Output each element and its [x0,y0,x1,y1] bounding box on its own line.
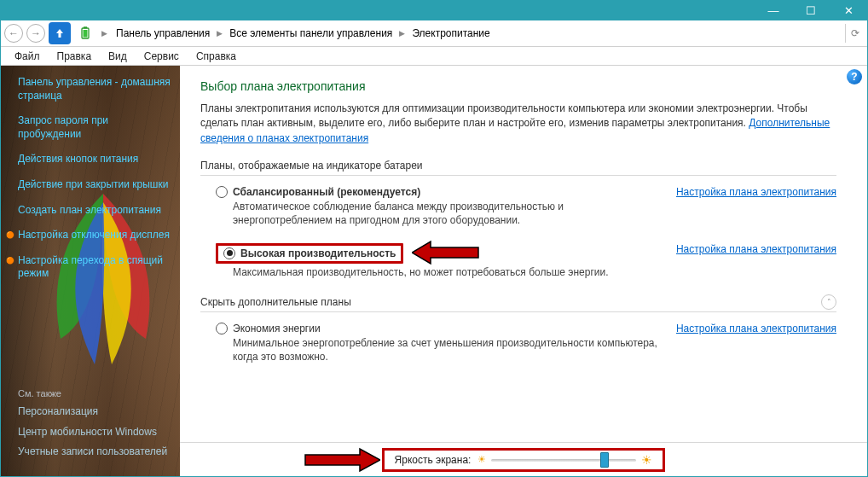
plan-highperf-name: Высокая производительность [240,247,396,259]
body: Панель управления - домашняя страница За… [1,66,867,476]
menu-file[interactable]: Файл [6,49,49,64]
sidebar-link-password[interactable]: Запрос пароля при пробуждении [18,114,171,141]
chevron-right-icon: ▶ [98,29,111,38]
chevron-right-icon: ▶ [213,29,226,38]
plan-highperf-radio[interactable] [223,247,235,259]
sidebar-seealso-accounts[interactable]: Учетные записи пользователей [18,445,171,459]
divider [200,175,836,176]
maximize-button[interactable]: ☐ [792,1,830,20]
main-content: ? Выбор плана электропитания Планы элект… [180,66,867,476]
sidebar-link-display[interactable]: Настройка отключения дисплея [18,229,171,242]
highlight-box: Высокая производительность [216,243,403,264]
brightness-highlight-box: Яркость экрана: ☀ ☀ [382,448,666,472]
plan-economy-radio[interactable] [216,323,228,334]
breadcrumb-item[interactable]: Все элементы панели управления [226,26,396,41]
battery-icon [76,24,95,43]
sidebar: Панель управления - домашняя страница За… [1,66,180,476]
title-bar: — ☐ ✕ [1,1,867,20]
breadcrumb-item[interactable]: Электропитание [408,26,493,41]
plan-highperf-desc: Максимальная производительность, но може… [216,265,666,279]
plans-section-heading: Планы, отображаемые на индикаторе батаре… [200,160,836,172]
plan-balanced-desc: Автоматическое соблюдение баланса между … [216,200,666,227]
plan-economy-desc: Минимальное энергопотребление за счет ум… [216,336,666,364]
forward-button[interactable]: → [26,24,45,43]
sidebar-home-link[interactable]: Панель управления - домашняя страница [18,76,171,102]
sidebar-link-createplan[interactable]: Создать план электропитания [18,204,171,218]
close-button[interactable]: ✕ [830,1,867,20]
sidebar-link-buttons[interactable]: Действия кнопок питания [18,153,171,166]
menu-tools[interactable]: Сервис [136,49,188,64]
svg-rect-1 [84,26,87,28]
plan-economy: Экономия энергии Минимальное энергопотре… [200,323,836,364]
menu-help[interactable]: Справка [188,49,245,64]
plan-balanced-name: Сбалансированный (рекомендуется) [233,186,420,198]
intro-text: Планы электропитания используются для оп… [200,102,836,146]
plan-economy-name: Экономия энергии [233,323,321,334]
breadcrumb: Панель управления ▶ Все элементы панели … [111,26,845,41]
sun-dim-icon: ☀ [477,454,486,465]
additional-plans-heading: Скрыть дополнительные планы [200,296,351,308]
address-bar: ← → ▶ Панель управления ▶ Все элементы п… [1,20,867,47]
chevron-right-icon: ▶ [396,29,408,38]
intro-body: Планы электропитания используются для оп… [200,102,807,129]
annotation-arrow-icon [412,240,480,265]
brightness-label: Яркость экрана: [395,454,472,466]
plan-balanced-settings-link[interactable]: Настройка плана электропитания [676,186,836,227]
back-button[interactable]: ← [4,24,23,43]
divider [200,311,836,312]
svg-rect-2 [84,30,88,38]
plan-balanced-radio[interactable] [216,186,228,198]
sidebar-seealso-personalization[interactable]: Персонализация [18,405,171,419]
brightness-slider[interactable] [491,453,636,467]
plan-highperf-settings-link[interactable]: Настройка плана электропитания [676,243,836,279]
chevron-up-icon: ˄ [821,294,836,310]
menu-view[interactable]: Вид [100,49,136,64]
sidebar-link-lid[interactable]: Действие при закрытии крышки [18,178,171,192]
brightness-bar: Яркость экрана: ☀ ☀ [180,442,867,476]
sidebar-seealso-heading: См. также [18,388,171,398]
plan-balanced: Сбалансированный (рекомендуется) Автомат… [200,186,836,227]
slider-thumb[interactable] [600,452,609,468]
help-icon[interactable]: ? [847,69,862,84]
plan-economy-settings-link[interactable]: Настройка плана электропитания [676,323,836,364]
sun-bright-icon: ☀ [641,453,652,467]
page-title: Выбор плана электропитания [200,79,836,93]
refresh-button[interactable]: ⟳ [845,24,864,43]
sidebar-seealso-mobility[interactable]: Центр мобильности Windows [18,426,171,439]
control-panel-window: — ☐ ✕ ← → ▶ Панель управления ▶ Все элем… [0,0,868,477]
up-button[interactable] [49,22,71,44]
menu-edit[interactable]: Правка [49,49,101,64]
breadcrumb-item[interactable]: Панель управления [113,26,213,41]
minimize-button[interactable]: — [755,1,792,20]
menu-bar: Файл Правка Вид Сервис Справка [1,47,867,66]
plan-highperf: Высокая производительность Максимальная … [200,243,836,279]
additional-plans-toggle[interactable]: Скрыть дополнительные планы ˄ [200,294,836,310]
sidebar-link-sleep[interactable]: Настройка перехода в спящий режим [18,254,171,281]
annotation-arrow-icon [304,447,380,473]
